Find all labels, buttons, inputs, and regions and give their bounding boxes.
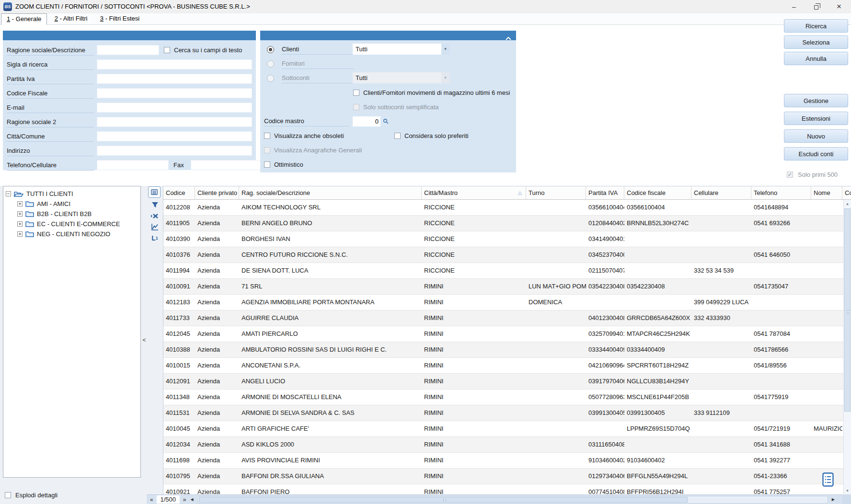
sigla-di-ricerca-input[interactable] xyxy=(97,59,252,69)
considera-preferiti-checkbox[interactable] xyxy=(394,133,401,139)
table-row[interactable]: 4011531AziendaARMONIE DI SELVA SANDRA & … xyxy=(163,405,851,421)
title-bar: BS ZOOM CLIENTI / FORNITORI / SOTTOCONTI… xyxy=(0,0,851,13)
scroll-up-icon[interactable]: ▲ xyxy=(844,200,851,208)
scroll-down-icon[interactable]: ▼ xyxy=(844,487,851,494)
escludi-conti-button[interactable]: Escludi conti xyxy=(784,147,848,160)
expand-expander-icon[interactable]: + xyxy=(17,201,23,206)
clear-filter-icon[interactable] xyxy=(148,210,162,221)
table-row[interactable]: 4011733AziendaAGUIRRE CLAUDIARIMINI04012… xyxy=(163,310,851,326)
annulla-button[interactable]: Annulla xyxy=(784,52,848,65)
column-header-citt-mastro[interactable]: Città/Mastro△ xyxy=(422,186,526,199)
expand-expander-icon[interactable]: + xyxy=(17,211,23,217)
checkbox-label: Ottimistico xyxy=(274,161,303,168)
tab-filtri-estesi[interactable]: 3 - Filtri Estesi xyxy=(95,13,145,25)
vertical-scrollbar[interactable]: ▲ ▼ xyxy=(843,200,851,494)
chevron-down-icon[interactable]: ▾ xyxy=(441,44,449,55)
collapse-expander-icon[interactable]: − xyxy=(6,191,11,196)
tree-collapse-handle[interactable]: < xyxy=(141,333,147,347)
scroll-right-button[interactable]: ▶ xyxy=(832,497,835,502)
column-header-rag-sociale-descrizione[interactable]: Rag. sociale/Descrizione xyxy=(239,186,422,199)
table-row[interactable]: 4011698AziendaAVIS PROVINCIALE RIMINIRIM… xyxy=(163,453,851,469)
horizontal-scroll-thumb[interactable] xyxy=(199,497,688,503)
ottimistico-checkbox[interactable] xyxy=(264,161,270,168)
expand-expander-icon[interactable]: + xyxy=(17,231,23,237)
table-row[interactable]: 4010795AziendaBAFFONI DR.SSA GIULIANARIM… xyxy=(163,469,851,484)
column-header-telefono[interactable]: Telefono xyxy=(751,186,811,199)
telefono-cellulare-input[interactable] xyxy=(97,160,169,170)
chart-icon[interactable] xyxy=(148,221,162,232)
table-row[interactable]: 4010921AziendaBAFFONI PIERORIMINI0077451… xyxy=(163,484,851,494)
first-page-button[interactable]: « xyxy=(150,495,153,504)
ottimistico-row: Ottimistico xyxy=(260,157,516,172)
clienti-radio[interactable] xyxy=(267,46,274,53)
citt-comune-input[interactable] xyxy=(97,131,252,141)
table-cell xyxy=(526,342,586,357)
column-header-turno[interactable]: Turno xyxy=(526,186,586,199)
table-row[interactable]: 4012045AziendaAMATI PIERCARLORIMINI03257… xyxy=(163,326,851,342)
detail-view-button[interactable] xyxy=(822,472,834,487)
column-header-label: Cliente privato xyxy=(197,189,237,196)
column-header-codice[interactable]: Codice xyxy=(163,186,195,199)
table-row[interactable]: 4011905AziendaBERNI ANGELO BRUNORICCIONE… xyxy=(163,216,851,231)
esplodi-dettagli-checkbox[interactable] xyxy=(5,492,11,498)
tree-item-ami-amici[interactable]: +AMI - AMICI xyxy=(4,199,139,209)
level-1-icon[interactable]: L1 xyxy=(148,232,162,243)
table-row[interactable]: 4012183AziendaAGENZIA IMMOBILIARE PORTA … xyxy=(163,295,851,310)
gestione-button[interactable]: Gestione xyxy=(784,94,848,107)
table-row[interactable]: 4010091Azienda71 SRLRIMINILUN MAT+GIO PO… xyxy=(163,279,851,295)
table-row[interactable]: 4010376AziendaCENTRO FUTURO RICCIONE S.N… xyxy=(163,247,851,263)
collapse-panel-button chevron-up-icon[interactable] xyxy=(506,34,511,42)
codice-mastro-input[interactable] xyxy=(353,116,380,126)
minimize-button[interactable]: – xyxy=(783,0,805,13)
restore-button[interactable] xyxy=(805,0,827,13)
tree-item-root[interactable]: −TUTTI I CLIENTI xyxy=(4,189,139,199)
estensioni-button[interactable]: Estensioni xyxy=(784,112,848,125)
table-cell: 03566100404 xyxy=(586,200,624,215)
vertical-scroll-thumb[interactable] xyxy=(844,208,851,412)
partita-iva-input[interactable] xyxy=(97,74,252,84)
table-cell: Azienda xyxy=(195,279,239,294)
table-row[interactable]: 4011994AziendaDE SIENA DOTT. LUCARICCION… xyxy=(163,263,851,279)
seleziona-button[interactable]: Seleziona xyxy=(784,35,848,49)
tree-item-b2b-clienti-b2b[interactable]: +B2B - CLIENTI B2B xyxy=(4,209,139,219)
clienti-dropdown[interactable]: Tutti ▾ xyxy=(353,44,449,55)
ragione-sociale-2-input[interactable] xyxy=(97,117,252,127)
table-row[interactable]: 4010390AziendaBORGHESI IVANRICCIONE03414… xyxy=(163,231,851,247)
tab-generale[interactable]: 1 - Generale xyxy=(1,13,47,25)
table-row[interactable]: 4012091AziendaANGELI LUCIORIMINI03917970… xyxy=(163,374,851,389)
scroll-left-button[interactable]: ◀ xyxy=(190,497,193,502)
tab-altri-filtri[interactable]: 2 - Altri Filtri xyxy=(49,13,93,25)
nuovo-button[interactable]: Nuovo xyxy=(784,129,848,143)
e-mail-input[interactable] xyxy=(97,103,252,113)
horizontal-scrollbar[interactable] xyxy=(197,496,828,504)
column-header-nome[interactable]: Nome xyxy=(811,186,842,199)
column-header-codice-fiscale[interactable]: Codice fiscale xyxy=(624,186,691,199)
filter-icon[interactable] xyxy=(148,199,162,210)
column-header-co[interactable]: Co xyxy=(842,186,851,199)
magnifier-icon xyxy=(383,118,389,124)
tree-item-neg-clienti-negozio[interactable]: +NEG - CLIENTI NEGOZIO xyxy=(4,229,139,239)
ragione-sociale-descrizione-input[interactable] xyxy=(97,45,159,55)
column-header-cliente-privato[interactable]: Cliente privato xyxy=(195,186,239,199)
table-row[interactable]: 4010015AziendaANCONETANI S.P.A.RIMINI042… xyxy=(163,358,851,374)
last-page-button[interactable]: » xyxy=(183,495,186,504)
close-button[interactable]: × xyxy=(827,0,851,13)
table-cell xyxy=(751,231,811,247)
table-row[interactable]: 4010045AziendaARTI GRAFICHE CAFE'RIMINIL… xyxy=(163,421,851,437)
view-mode-button list-icon[interactable] xyxy=(148,186,161,198)
expand-expander-icon[interactable]: + xyxy=(17,221,23,227)
table-row[interactable]: 4012034AziendaASD KIKLOS 2000RIMINI03111… xyxy=(163,437,851,453)
table-row[interactable]: 4012208AziendaAIKOM TECHNOLOGY SRLRICCIO… xyxy=(163,200,851,216)
cerca-campi-testo-checkbox[interactable] xyxy=(164,47,170,53)
movimenti-magazzino-checkbox[interactable] xyxy=(353,90,359,96)
search-lookup-button[interactable] xyxy=(381,117,390,126)
table-row[interactable]: 4010388AziendaAMBULATORIO ROSSINI SAS DI… xyxy=(163,342,851,358)
codice-fiscale-input[interactable] xyxy=(97,88,252,98)
visualizza-obsoleti-checkbox[interactable] xyxy=(264,133,270,139)
column-header-cellulare[interactable]: Cellulare xyxy=(691,186,751,199)
table-row[interactable]: 4011348AziendaARMONIE DI MOSCATELLI ELEN… xyxy=(163,389,851,405)
indirizzo-input[interactable] xyxy=(97,146,252,156)
column-header-partita-iva[interactable]: Partita IVA xyxy=(586,186,624,199)
ricerca-button[interactable]: Ricerca xyxy=(784,19,848,33)
tree-item-ec-clienti-e-commerce[interactable]: +EC - CLIENTI E-COMMERCE xyxy=(4,219,139,229)
